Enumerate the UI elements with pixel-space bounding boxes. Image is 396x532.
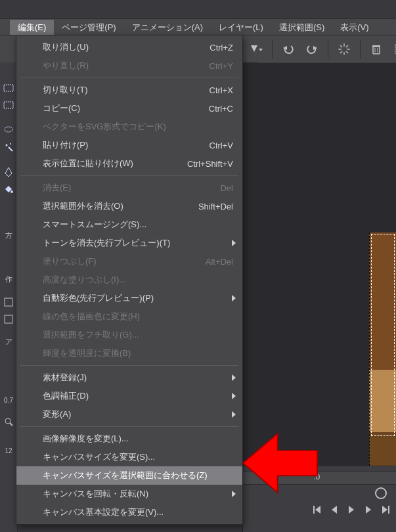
tool-column: 方 作 ア 0.7 12: [0, 62, 18, 532]
svg-line-10: [347, 46, 348, 47]
menu-selection[interactable]: 選択範囲(S): [271, 20, 332, 35]
go-end-icon[interactable]: [380, 504, 391, 515]
timeline-jog-icon[interactable]: [375, 487, 387, 499]
frame-value: 12: [5, 447, 12, 454]
menu-item: 高度な塗りつぶし(I)...: [16, 271, 242, 289]
svg-marker-1: [259, 49, 263, 51]
play-icon[interactable]: [346, 504, 357, 515]
menu-edit[interactable]: 編集(E): [10, 20, 54, 35]
step-fwd-icon[interactable]: [363, 504, 374, 515]
tool-bucket-icon[interactable]: [1, 182, 16, 196]
tool-box-icon[interactable]: [1, 295, 16, 309]
menu-item[interactable]: キャンバスサイズを選択範囲に合わせる(Z): [16, 466, 242, 485]
undo-icon[interactable]: [278, 39, 298, 59]
menu-item[interactable]: 自動彩色(先行プレビュー)(P): [16, 289, 242, 307]
left-label-a: ア: [5, 337, 12, 347]
delete-outside-icon[interactable]: [390, 39, 396, 59]
menu-item-label: キャンバスサイズを変更(S)...: [43, 451, 233, 463]
left-label-make: 作: [5, 275, 12, 284]
menu-item-label: 線の色を描画色に変更(H): [43, 311, 233, 322]
menu-item-label: 変形(A): [43, 409, 233, 420]
delete-icon[interactable]: [366, 39, 386, 59]
menu-item[interactable]: 取り消し(U)Ctrl+Z: [16, 38, 242, 56]
snap-dropdown[interactable]: [246, 39, 266, 59]
svg-rect-30: [313, 506, 315, 514]
menu-item-shortcut: Del: [220, 183, 233, 193]
svg-line-8: [341, 46, 342, 47]
menu-item-label: 取り消し(U): [43, 41, 198, 53]
svg-point-21: [6, 144, 8, 146]
menu-item: 輝度を透明度に変換(B): [16, 344, 242, 363]
svg-rect-27: [5, 315, 12, 323]
zoom-value: 0.7: [4, 397, 13, 404]
svg-marker-35: [382, 506, 387, 514]
svg-marker-32: [332, 506, 337, 514]
tool-wand-icon[interactable]: [1, 140, 16, 154]
svg-marker-0: [251, 45, 257, 52]
menu-item-label: 表示位置に貼り付け(W): [43, 158, 175, 169]
tool-loupe-icon[interactable]: [1, 414, 16, 429]
menu-item-shortcut: Ctrl+Z: [209, 43, 233, 53]
playback-controls: [312, 504, 391, 515]
svg-rect-19: [4, 102, 13, 108]
menu-item-shortcut: Ctrl+V: [209, 141, 233, 150]
menu-layer[interactable]: レイヤー(L): [211, 20, 271, 35]
menu-item[interactable]: 素材登録(J): [16, 368, 242, 387]
canvas-image: [369, 233, 396, 482]
busy-icon: [334, 39, 354, 59]
menu-item-label: 素材登録(J): [43, 372, 233, 384]
menubar: 編集(E) ページ管理(P) アニメーション(A) レイヤー(L) 選択範囲(S…: [0, 18, 396, 35]
redo-icon[interactable]: [302, 39, 322, 59]
menu-separator: [20, 365, 238, 366]
tool-pen-icon[interactable]: [1, 165, 16, 179]
timeline-origin-label: .0: [314, 473, 320, 481]
svg-line-29: [10, 423, 12, 426]
menu-item[interactable]: 選択範囲外を消去(O)Shift+Del: [16, 197, 242, 215]
menu-item-label: キャンバス基本設定を変更(V)...: [43, 506, 233, 518]
menu-separator: [20, 426, 238, 427]
menu-item: 線の色を描画色に変更(H): [16, 307, 242, 326]
menu-item[interactable]: キャンバスを回転・反転(N): [16, 485, 242, 503]
menu-item[interactable]: 変形(A): [16, 405, 242, 424]
menu-item[interactable]: コピー(C)Ctrl+C: [16, 99, 242, 118]
menu-item: ベクターをSVG形式でコピー(K): [16, 118, 242, 136]
menu-item-shortcut: Ctrl+Shift+V: [187, 159, 233, 169]
go-start-icon[interactable]: [312, 504, 322, 515]
menu-page[interactable]: ページ管理(P): [54, 20, 123, 35]
submenu-arrow-icon: [232, 374, 236, 381]
tool-marquee-rect2-icon[interactable]: [1, 98, 16, 112]
menu-item-label: 選択範囲外を消去(O): [43, 200, 187, 212]
svg-marker-33: [349, 506, 354, 514]
submenu-arrow-icon: [232, 491, 236, 497]
svg-marker-31: [315, 506, 320, 514]
menu-item-label: 塗りつぶし(F): [43, 255, 194, 267]
menu-item-label: トーンを消去(先行プレビュー)(T): [43, 237, 233, 249]
menu-item-label: 色調補正(D): [43, 390, 233, 402]
menu-item[interactable]: キャンバス基本設定を変更(V)...: [16, 503, 242, 521]
menu-item[interactable]: 貼り付け(P)Ctrl+V: [16, 136, 242, 154]
menu-view[interactable]: 表示(V): [332, 20, 376, 35]
svg-point-28: [5, 418, 11, 424]
menu-item[interactable]: 画像解像度を変更(L)...: [16, 430, 242, 448]
menu-animation[interactable]: アニメーション(A): [124, 20, 211, 35]
tool-box2-icon[interactable]: [1, 312, 16, 326]
menu-item[interactable]: キャンバスサイズを変更(S)...: [16, 448, 242, 466]
menu-item[interactable]: スマートスムージング(S)...: [16, 215, 242, 234]
menu-item-label: 貼り付け(P): [43, 139, 198, 151]
separator: [360, 40, 361, 58]
menu-item[interactable]: 切り取り(T)Ctrl+X: [16, 81, 242, 99]
submenu-arrow-icon: [232, 393, 236, 399]
svg-point-20: [5, 127, 12, 132]
menu-item[interactable]: 表示位置に貼り付け(W)Ctrl+Shift+V: [16, 154, 242, 173]
menu-item-shortcut: Ctrl+Y: [209, 61, 233, 71]
edit-dropdown-menu: 取り消し(U)Ctrl+Zやり直し(R)Ctrl+Y切り取り(T)Ctrl+Xコ…: [16, 35, 243, 525]
menu-item-label: 輝度を透明度に変換(B): [43, 347, 233, 359]
timeline-panel: .0: [243, 466, 396, 532]
step-back-icon[interactable]: [329, 504, 340, 515]
svg-rect-36: [388, 506, 389, 514]
menu-item[interactable]: トーンを消去(先行プレビュー)(T): [16, 234, 242, 252]
tool-lasso-icon[interactable]: [1, 123, 16, 137]
menu-item-label: 選択範囲をフチ取り(G)...: [43, 329, 233, 341]
tool-marquee-rect-icon[interactable]: [1, 81, 16, 95]
menu-item[interactable]: 色調補正(D): [16, 387, 242, 405]
